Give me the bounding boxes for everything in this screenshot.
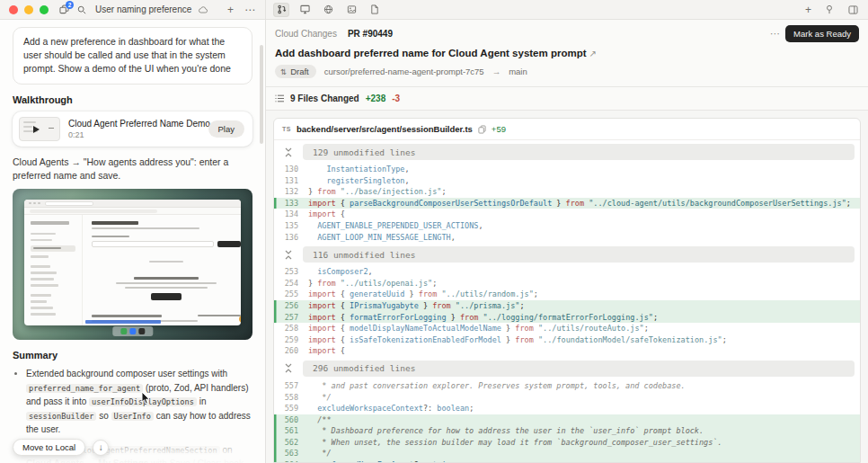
pr-title-text: Add dashboard preferred name for Cloud A…: [275, 48, 587, 58]
unmodified-lines-bar[interactable]: 116 unmodified lines: [303, 246, 855, 263]
line-number: 564: [274, 459, 308, 463]
unmodified-lines-bar[interactable]: 296 unmodified lines: [303, 361, 855, 377]
expand-lines-button[interactable]: [279, 361, 297, 377]
line-content: * When unset, the session builder may lo…: [308, 437, 860, 449]
line-number: 563: [274, 448, 308, 459]
zoom-window-button[interactable]: [40, 5, 49, 14]
diff-line-context[interactable]: 557 * and past conversation explorer. Pr…: [274, 380, 860, 392]
diff-line-context[interactable]: 259import { isSafeTokenizationEnabledFor…: [274, 334, 860, 346]
move-to-local-button[interactable]: Move to Local: [13, 439, 85, 456]
demo-content: [83, 215, 240, 325]
window-titlebar: 2 User naming preference + ⋯ +: [0, 0, 868, 20]
pr-number: PR #90449: [348, 29, 393, 39]
diff-line-context[interactable]: 258import { modelDisplayNameToActualMode…: [274, 323, 860, 334]
pr-more-button[interactable]: ⋯: [765, 28, 785, 40]
list-icon: [275, 94, 284, 102]
add-panel-button[interactable]: +: [802, 4, 814, 16]
deletions-count: -3: [392, 93, 400, 103]
draft-label: Draft: [290, 67, 309, 76]
pin-icon[interactable]: [821, 3, 837, 17]
diff-line-added[interactable]: 133import { parseBackgroundComposerUserS…: [274, 198, 860, 209]
diff-line-context[interactable]: 254} from "../utils/openai.js";: [274, 278, 860, 289]
diff-line-added[interactable]: 560 /**: [274, 414, 860, 426]
external-link-icon: ↗: [589, 49, 597, 58]
titlebar-left: 2 User naming preference + ⋯: [0, 0, 266, 19]
left-scrollbar[interactable]: [260, 45, 263, 144]
scroll-down-button[interactable]: ↓: [93, 440, 109, 456]
diff-line-context[interactable]: 260import {: [274, 345, 860, 357]
user-prompt-card: Add a new preference in dashboard for wh…: [13, 27, 252, 85]
walkthrough-caption: Cloud Agents → "How agents address you":…: [13, 156, 252, 183]
new-tab-button[interactable]: +: [225, 4, 236, 16]
files-changed-bar[interactable]: 9 Files Changed +238 -3: [266, 87, 868, 111]
video-duration: 0:21: [68, 130, 200, 139]
line-content: AGENT_ENABLE_PREPENDED_USER_ACTIONS,: [308, 220, 860, 232]
play-icon: [33, 126, 40, 133]
panel-layout-icon[interactable]: [845, 3, 861, 17]
pr-title[interactable]: Add dashboard preferred name for Cloud A…: [275, 48, 859, 58]
desktop-mode-button[interactable]: [297, 3, 313, 17]
expand-lines-button[interactable]: [279, 246, 297, 263]
mark-as-ready-button[interactable]: Mark as Ready: [785, 25, 859, 42]
inline-code: UserInfo: [111, 412, 154, 421]
walkthrough-video-card[interactable]: Cloud Agent Preferred Name Demo 0:21 Pla…: [13, 111, 252, 147]
diff-line-added[interactable]: 562 * When unset, the session builder ma…: [274, 437, 860, 449]
demo-screenshot[interactable]: [13, 189, 252, 340]
diff-line-context[interactable]: 255import { generateUuid } from "../util…: [274, 289, 860, 300]
file-icon[interactable]: [367, 3, 383, 17]
demo-status-link: [85, 320, 161, 324]
diff-line-added[interactable]: 256import { IPrismaYugabyte } from "../p…: [274, 300, 860, 312]
demo-dock: [112, 326, 153, 336]
source-branch[interactable]: cursor/preferred-name-agent-prompt-7c75: [324, 67, 484, 76]
traffic-lights[interactable]: [9, 5, 49, 14]
inline-code: preferred_name_for_agent: [26, 384, 143, 393]
globe-icon[interactable]: [320, 3, 336, 17]
diff-line-context[interactable]: 130 InstantiationType,: [274, 164, 860, 175]
video-thumbnail[interactable]: [19, 117, 60, 141]
copy-path-icon[interactable]: [478, 125, 486, 134]
close-window-button[interactable]: [9, 5, 18, 14]
search-icon[interactable]: [75, 4, 88, 16]
line-number: 258: [274, 323, 308, 334]
cloud-icon: [197, 4, 209, 16]
diff-line-added[interactable]: 257import { formatErrorForLogging } from…: [274, 312, 860, 324]
diff-line-context[interactable]: 253 isComposer2,: [274, 266, 860, 278]
line-content: import {: [308, 209, 860, 220]
diff-line-context[interactable]: 136 AGENT_LOOP_MIN_MESSAGE_LENGTH,: [274, 232, 860, 244]
target-branch[interactable]: main: [509, 67, 527, 76]
minimize-window-button[interactable]: [24, 5, 33, 14]
line-content: AGENT_LOOP_MIN_MESSAGE_LENGTH,: [308, 232, 860, 244]
diff-line-context[interactable]: 135 AGENT_ENABLE_PREPENDED_USER_ACTIONS,: [274, 220, 860, 232]
unmodified-lines-bar[interactable]: 129 unmodified lines: [303, 144, 855, 160]
diff-hunk-separator: 296 unmodified lines: [274, 357, 860, 380]
line-content: registerSingleton,: [308, 175, 860, 187]
diff-line-added[interactable]: 564 preferredNameForAgent?: string;: [274, 459, 860, 463]
breadcrumb[interactable]: Cloud Changes: [275, 29, 337, 39]
tab-count-badge: 2: [66, 1, 74, 9]
draft-arrows-icon: ⇅: [280, 67, 287, 76]
diff-line-context[interactable]: 131 registerSingleton,: [274, 175, 860, 187]
diff-file-header[interactable]: TS backend/server/src/agent/sessionBuild…: [274, 119, 860, 140]
play-button[interactable]: Play: [208, 120, 244, 138]
expand-lines-button[interactable]: [279, 144, 297, 160]
line-content: isComposer2,: [308, 266, 860, 278]
diff-line-context[interactable]: 558 */: [274, 392, 860, 404]
bold-text: Cloud Agents → My Settings: [26, 459, 148, 463]
line-number: 132: [274, 186, 308, 198]
more-options-button[interactable]: ⋯: [242, 4, 258, 16]
diff-line-context[interactable]: 559 excludeWorkspaceContext?: boolean;: [274, 403, 860, 414]
diff-line-added[interactable]: 561 * Dashboard preference for how to ad…: [274, 425, 860, 437]
file-path[interactable]: backend/server/src/agent/sessionBuilder.…: [297, 124, 473, 134]
line-content: import { isSafeTokenizationEnabledForMod…: [308, 334, 860, 346]
image-icon[interactable]: [343, 3, 359, 17]
window-stack-icon[interactable]: 2: [58, 4, 70, 16]
typescript-file-icon: TS: [282, 126, 291, 132]
scrub-dash: [49, 128, 54, 129]
diff-line-added[interactable]: 563 */: [274, 448, 860, 459]
line-number: 136: [274, 232, 308, 244]
diff-line-context[interactable]: 134import {: [274, 209, 860, 220]
active-tab-title[interactable]: User naming preference: [95, 4, 191, 14]
line-number: 559: [274, 403, 308, 414]
diff-line-context[interactable]: 132} from "../base/injection.js";: [274, 186, 860, 198]
pull-request-mode-button[interactable]: [273, 3, 289, 17]
